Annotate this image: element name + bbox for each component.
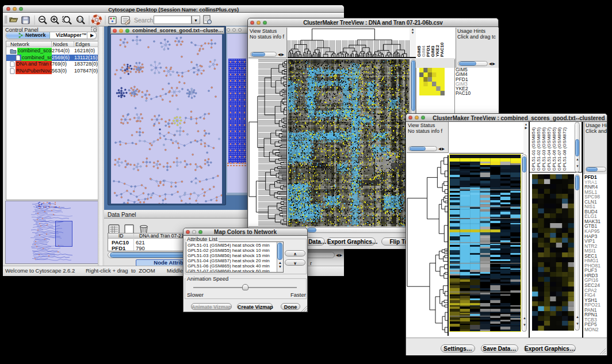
svg-text:1:1: 1:1 [78, 18, 82, 21]
svg-text:PAC10: PAC10 [439, 42, 445, 57]
